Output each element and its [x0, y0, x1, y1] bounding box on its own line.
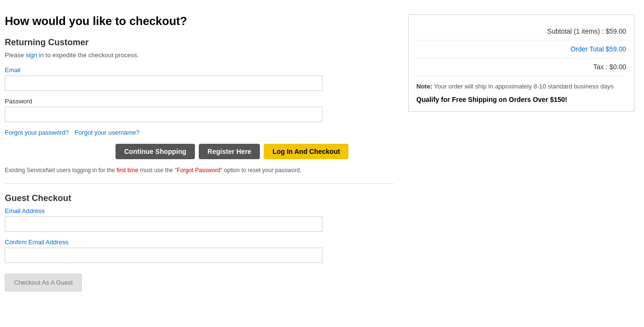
- forgot-password-option-link[interactable]: Forgot Password: [177, 167, 220, 174]
- page-title: How would you like to checkout?: [5, 14, 394, 28]
- subtotal-row: Subtotal (1 items) : $59.00: [416, 23, 626, 40]
- guest-checkout-section: Guest Checkout Email Address Confirm Ema…: [5, 193, 394, 291]
- main-content: How would you like to checkout? Returnin…: [5, 10, 394, 296]
- password-input[interactable]: [5, 107, 322, 122]
- note-bold: Note: Your order will ship in appoximate…: [416, 83, 614, 90]
- guest-email-label: Email Address: [5, 207, 394, 214]
- password-links-row: Forgot your password? Forgot your userna…: [5, 129, 394, 136]
- confirm-email-input[interactable]: [5, 248, 322, 263]
- servicenet-info-text: Existing ServiceNet users logging in for…: [5, 167, 322, 174]
- returning-customer-title: Returning Customer: [5, 38, 394, 48]
- register-button[interactable]: Register Here: [199, 144, 260, 159]
- subtotal-label: Subtotal (1 items) : $59.00: [547, 27, 626, 35]
- guest-checkout-title: Guest Checkout: [5, 193, 394, 203]
- sign-in-link[interactable]: sign in: [26, 51, 44, 59]
- shipping-note: Note: Your order will ship in appoximate…: [416, 83, 626, 90]
- section-divider: [5, 183, 394, 184]
- free-shipping-text: Qualify for Free Shipping on Orders Over…: [416, 96, 626, 103]
- email-input[interactable]: [5, 75, 322, 91]
- guest-email-input[interactable]: [5, 216, 322, 232]
- tax-row: Tax : $0.00: [416, 58, 626, 76]
- order-summary-sidebar: Subtotal (1 items) : $59.00 Order Total …: [408, 10, 634, 296]
- sign-in-text: Please sign in to expedite the checkout …: [5, 51, 394, 59]
- password-label: Password: [5, 98, 394, 105]
- forgot-username-link[interactable]: Forgot your username?: [75, 129, 140, 136]
- tax-label: Tax : $0.00: [593, 63, 627, 71]
- continue-shopping-button[interactable]: Continue Shopping: [116, 144, 195, 159]
- order-total-row: Order Total $59.00: [416, 40, 626, 58]
- action-buttons-row: Continue Shopping Register Here Log In A…: [116, 144, 394, 159]
- confirm-email-label: Confirm Email Address: [5, 239, 394, 246]
- login-checkout-button[interactable]: Log In And Checkout: [264, 144, 348, 159]
- order-total-label: Order Total $59.00: [570, 45, 626, 53]
- checkout-as-guest-button[interactable]: Checkout As A Guest: [5, 274, 82, 291]
- forgot-password-link[interactable]: Forgot your password?: [5, 129, 69, 136]
- order-summary-box: Subtotal (1 items) : $59.00 Order Total …: [408, 14, 634, 112]
- email-label: Email: [5, 66, 394, 74]
- first-time-link[interactable]: first time: [116, 167, 138, 174]
- returning-customer-section: Returning Customer Please sign in to exp…: [5, 38, 394, 174]
